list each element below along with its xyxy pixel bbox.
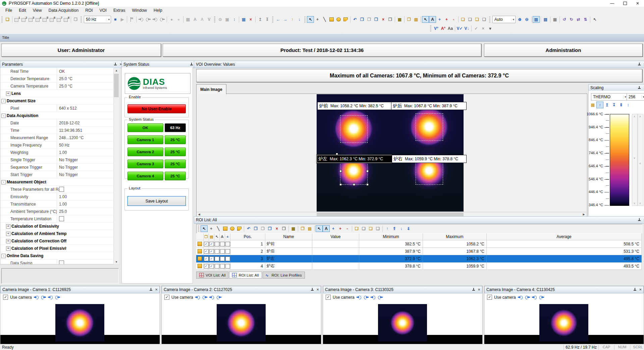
param-row[interactable]: -Document Size xyxy=(0,97,114,105)
more-icon[interactable]: ▾ xyxy=(487,25,494,32)
minimize-button[interactable]: — xyxy=(606,0,619,7)
audio-channel-icon[interactable] xyxy=(525,295,530,299)
table-row[interactable]: ✓✓2炉后387.9 °C1067.8 °C531.3 °C xyxy=(196,248,642,255)
roi-add-icon[interactable]: + xyxy=(330,225,337,232)
nav-left-icon[interactable]: ← xyxy=(275,16,282,23)
window-8-icon[interactable]: 8 xyxy=(63,16,70,23)
load-rois-icon[interactable]: ❐ xyxy=(406,16,413,23)
row-checkbox[interactable] xyxy=(225,242,230,246)
draw-ellipse-icon[interactable] xyxy=(335,16,342,23)
chevron-up-icon[interactable]: ∧ xyxy=(632,115,637,118)
status-button-ok[interactable]: OK xyxy=(127,123,163,132)
scroll-down-icon[interactable]: ▼ xyxy=(114,259,119,265)
roi-image-label[interactable]: 炉后Max: 1067.8 °C Min: 387.9 °C xyxy=(391,102,467,110)
save-video-icon[interactable]: V xyxy=(206,16,213,23)
row-checkbox[interactable]: ✓ xyxy=(204,242,209,246)
param-row[interactable]: Emissivity1.00 xyxy=(0,193,114,200)
audio-channel-icon[interactable] xyxy=(539,295,544,299)
roi-image-label[interactable]: 炉右Max: 1059.9 °C Min: 378.8 °C xyxy=(392,155,467,163)
close-icon[interactable]: × xyxy=(155,288,158,292)
row-checkbox[interactable] xyxy=(215,249,219,254)
param-row[interactable]: Start TriggerNo Trigger xyxy=(0,171,114,178)
menu-item-roi[interactable]: ROI xyxy=(82,7,96,14)
updown-icon[interactable]: ↕ xyxy=(231,16,238,23)
roi-send-backward-icon[interactable]: ❏ xyxy=(374,225,381,232)
parameters-scrollbar[interactable]: ▲ ▼ xyxy=(113,68,120,265)
expander-icon[interactable]: + xyxy=(6,246,10,251)
nav-right-icon[interactable]: → xyxy=(282,16,289,23)
chevron-up-icon[interactable]: ∧ xyxy=(638,162,642,165)
param-row[interactable]: -Measurement Object xyxy=(0,178,114,186)
roi-load-icon[interactable]: ❐ xyxy=(299,225,306,232)
roi-draw-ellipse-icon[interactable] xyxy=(229,225,236,232)
edit-roi-icon[interactable]: ↖ xyxy=(422,16,429,23)
cancel-icon[interactable]: × xyxy=(480,25,487,32)
draw-line-icon[interactable]: ╲ xyxy=(321,16,328,23)
tab-voi-list-all[interactable]: VOI List: All xyxy=(196,272,228,279)
alarm-value-icon[interactable]: A° xyxy=(440,25,447,32)
flip-h-icon[interactable]: ⇄ xyxy=(575,16,582,23)
save-ascii-icon[interactable]: A xyxy=(192,16,199,23)
palette-combo[interactable]: THERMO ▾ xyxy=(591,93,628,101)
tab-roi-list-all[interactable]: ROI List: All xyxy=(229,272,262,279)
close-icon[interactable]: × xyxy=(316,288,319,292)
audio-channel-icon[interactable] xyxy=(55,295,60,299)
roi-table-icon[interactable]: ▦ xyxy=(396,16,403,23)
roi-undo-icon[interactable]: ↶ xyxy=(245,225,252,232)
param-row[interactable]: Single TriggerNo Trigger xyxy=(0,156,114,164)
param-row[interactable]: +Calculation of Correction Offset xyxy=(0,237,114,245)
roi-remove-icon[interactable]: ▫ xyxy=(344,225,351,232)
use-camera-checkbox[interactable]: ✓ xyxy=(3,295,8,300)
row-checkbox[interactable]: ✓ xyxy=(204,249,209,254)
roi-delete-icon[interactable]: × xyxy=(273,225,280,232)
row-checkbox[interactable] xyxy=(220,242,225,246)
save-data-icon[interactable]: ▤ xyxy=(184,16,192,23)
menu-item-edit[interactable]: Edit xyxy=(15,7,30,14)
audio-channel-icon[interactable] xyxy=(371,295,376,299)
window-5-icon[interactable]: 5 xyxy=(42,16,49,23)
chevron-down-icon[interactable]: ▾ xyxy=(641,95,644,99)
param-row[interactable]: -Data Acquisition xyxy=(0,112,114,119)
param-row[interactable]: Weighting1.00 xyxy=(0,149,114,156)
window-config-icon[interactable]: ❐ xyxy=(72,16,79,23)
chevron-down-icon[interactable]: ∨ xyxy=(632,157,637,160)
delete-roi-icon[interactable]: ▫ xyxy=(450,16,457,23)
roi-move-down-icon[interactable]: ↓ xyxy=(398,225,405,232)
param-row[interactable]: Pixel640 x 512 xyxy=(0,105,114,112)
window-layout-icon[interactable]: ❏ xyxy=(4,16,11,23)
param-checkbox[interactable] xyxy=(59,216,64,221)
expander-icon[interactable]: + xyxy=(6,92,10,96)
pin-icon[interactable] xyxy=(637,86,641,90)
limit-center-icon[interactable]: ↧ xyxy=(264,16,271,23)
roi-edit-icon[interactable]: ↖ xyxy=(316,225,323,232)
param-row[interactable]: Data Saving xyxy=(0,259,114,265)
param-row[interactable]: Transmittance1.00 xyxy=(0,200,114,208)
pin-icon[interactable] xyxy=(113,62,117,66)
roi-bring-front-icon[interactable]: ❏ xyxy=(353,225,360,232)
param-row[interactable]: +Calculation of Emissivity xyxy=(0,223,114,230)
audio-channel-icon[interactable] xyxy=(41,295,46,299)
pin-icon[interactable] xyxy=(637,62,641,66)
audio-mute-icon[interactable] xyxy=(159,16,166,23)
roi-move-up-icon[interactable]: ⇑ xyxy=(391,225,398,232)
copy-icon[interactable]: ❐ xyxy=(359,16,366,23)
chevron-down-icon[interactable]: ∨ xyxy=(638,202,642,205)
draw-rectangle-icon[interactable] xyxy=(328,16,335,23)
list-save-icon[interactable]: ▤ xyxy=(210,235,213,239)
roi-copy-icon[interactable]: ❐ xyxy=(252,225,259,232)
roi-move-bottom-icon[interactable]: ⇓ xyxy=(405,225,412,232)
menu-item-extras[interactable]: Extras xyxy=(110,7,128,14)
table-add-icon[interactable]: ▦ xyxy=(240,16,247,23)
menu-item-view[interactable]: View xyxy=(30,7,45,14)
row-checkbox[interactable] xyxy=(225,256,230,261)
window-4-icon[interactable]: 4 xyxy=(35,16,42,23)
roi-bring-forward-icon[interactable]: ❏ xyxy=(367,225,374,232)
column-header-average[interactable]: Average xyxy=(487,233,642,240)
stop-icon[interactable]: ■ xyxy=(112,16,119,23)
save-ascii2-icon[interactable]: A xyxy=(199,16,206,23)
window-2-icon[interactable]: 2 xyxy=(20,16,28,23)
play-icon[interactable]: ▶ xyxy=(119,16,126,23)
column-header-value[interactable]: Value xyxy=(312,233,359,240)
row-checkbox[interactable] xyxy=(225,249,230,254)
voi-check-icon[interactable]: V✓ xyxy=(456,25,463,32)
